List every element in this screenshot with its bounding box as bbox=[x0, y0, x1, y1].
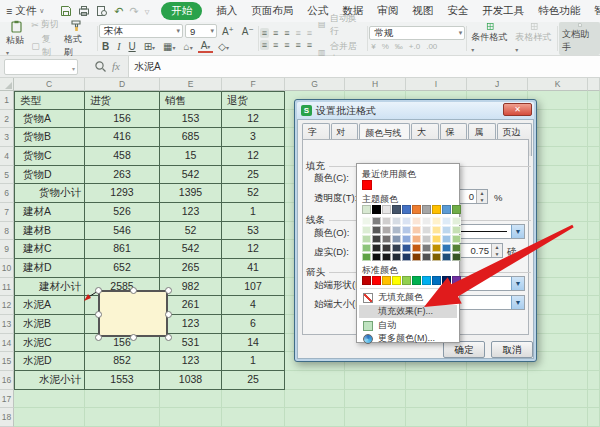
more-colors-option[interactable]: 更多颜色(M)... bbox=[359, 332, 457, 345]
menu-tab-9[interactable]: 开发工具 bbox=[482, 4, 524, 18]
theme-tint-swatch[interactable] bbox=[412, 226, 421, 234]
font-name-select[interactable]: 宋体▾ bbox=[99, 24, 183, 38]
cell-C12[interactable]: 水泥A bbox=[14, 296, 85, 315]
align-left-icon[interactable]: ≡ bbox=[260, 40, 269, 50]
theme-tint-swatch[interactable] bbox=[362, 235, 371, 243]
cell-E10[interactable]: 265 bbox=[160, 259, 222, 278]
row-header-11[interactable]: 11 bbox=[0, 278, 14, 297]
theme-tint-swatch[interactable] bbox=[392, 253, 401, 261]
comment-resize-handle[interactable] bbox=[165, 311, 172, 318]
cell-F15[interactable]: 1 bbox=[222, 352, 285, 371]
theme-tint-swatch[interactable] bbox=[422, 244, 431, 252]
cell-D10[interactable]: 652 bbox=[85, 259, 160, 278]
row-header-9[interactable]: 9 bbox=[0, 240, 14, 259]
cell-F14[interactable]: 14 bbox=[222, 334, 285, 353]
automatic-color-option[interactable]: 自动 bbox=[359, 319, 457, 332]
menu-tab-11[interactable]: 智能工具箱 bbox=[594, 4, 600, 18]
cell-L1[interactable] bbox=[588, 91, 600, 110]
zoom-icon[interactable] bbox=[94, 60, 107, 73]
cell-D9[interactable]: 861 bbox=[85, 240, 160, 259]
cell-F5[interactable]: 25 bbox=[222, 166, 285, 185]
cell-G18[interactable] bbox=[285, 408, 345, 427]
cell-D18[interactable] bbox=[85, 408, 160, 427]
cell-C1[interactable]: 类型 bbox=[14, 91, 85, 110]
comment-resize-handle[interactable] bbox=[95, 311, 102, 318]
theme-color-swatch[interactable] bbox=[412, 205, 421, 214]
spinner-arrows-icon[interactable]: ▲▼ bbox=[476, 190, 487, 203]
cell-D17[interactable] bbox=[85, 390, 160, 409]
cell-K8[interactable] bbox=[528, 222, 588, 241]
col-header-K[interactable]: K bbox=[528, 78, 588, 91]
borders-icon[interactable]: ⊞▾ bbox=[141, 41, 158, 52]
cell-F10[interactable]: 41 bbox=[222, 259, 285, 278]
cell-C15[interactable]: 水泥D bbox=[14, 352, 85, 371]
theme-tint-swatch[interactable] bbox=[432, 253, 441, 261]
cell-D1[interactable]: 进货 bbox=[85, 91, 160, 110]
cell-C16[interactable]: 水泥小计 bbox=[14, 371, 85, 390]
decrease-font-icon[interactable]: A⁻ bbox=[239, 26, 257, 37]
theme-tint-swatch[interactable] bbox=[412, 217, 421, 225]
col-header-D[interactable]: D bbox=[85, 78, 160, 91]
cell-L9[interactable] bbox=[588, 240, 600, 259]
col-header-G[interactable]: G bbox=[285, 78, 345, 91]
theme-tint-swatch[interactable] bbox=[362, 226, 371, 234]
cell-E16[interactable]: 1038 bbox=[160, 371, 222, 390]
standard-color-swatch[interactable] bbox=[392, 276, 401, 285]
cell-K18[interactable] bbox=[528, 408, 588, 427]
row-header-7[interactable]: 7 bbox=[0, 203, 14, 222]
cell-D4[interactable]: 458 bbox=[85, 147, 160, 166]
cell-C5[interactable]: 货物D bbox=[14, 166, 85, 185]
cell-G17[interactable] bbox=[285, 390, 345, 409]
cell-F13[interactable]: 6 bbox=[222, 315, 285, 334]
weight-unit-select[interactable]: 磅▾ bbox=[507, 246, 520, 259]
cell-E1[interactable]: 销售 bbox=[160, 91, 222, 110]
cell-J16[interactable] bbox=[467, 371, 528, 390]
cell-K17[interactable] bbox=[528, 390, 588, 409]
cell-L5[interactable] bbox=[588, 166, 600, 185]
menu-tab-3[interactable]: 页面布局 bbox=[251, 4, 293, 18]
theme-tint-swatch[interactable] bbox=[402, 244, 411, 252]
redo-icon[interactable]: ↷ bbox=[129, 5, 138, 18]
theme-tint-swatch[interactable] bbox=[392, 217, 401, 225]
conditional-format-button[interactable]: 条件格式▾ bbox=[468, 22, 512, 55]
theme-tint-swatch[interactable] bbox=[392, 235, 401, 243]
cell-C18[interactable] bbox=[14, 408, 85, 427]
number-format-select[interactable]: 常规▾ bbox=[369, 26, 465, 40]
underline-button[interactable]: U bbox=[125, 41, 138, 52]
theme-tint-swatch[interactable] bbox=[382, 217, 391, 225]
col-header-E[interactable]: E bbox=[160, 78, 222, 91]
theme-tint-swatch[interactable] bbox=[432, 244, 441, 252]
cell-K7[interactable] bbox=[528, 203, 588, 222]
cell-K6[interactable] bbox=[528, 184, 588, 203]
cell-D5[interactable]: 263 bbox=[85, 166, 160, 185]
cell-D7[interactable]: 526 bbox=[85, 203, 160, 222]
cell-L14[interactable] bbox=[588, 334, 600, 353]
cell-F16[interactable]: 25 bbox=[222, 371, 285, 390]
comment-resize-handle[interactable] bbox=[130, 287, 137, 294]
cell-F17[interactable] bbox=[222, 390, 285, 409]
theme-tint-swatch[interactable] bbox=[362, 217, 371, 225]
cell-L12[interactable] bbox=[588, 296, 600, 315]
theme-tint-swatch[interactable] bbox=[432, 217, 441, 225]
increase-decimal-icon[interactable]: +.0 bbox=[407, 42, 422, 51]
cell-C11[interactable]: 建材小计 bbox=[14, 278, 85, 297]
table-style-button[interactable]: 表格样式▾ bbox=[512, 22, 556, 55]
theme-tint-swatch[interactable] bbox=[362, 244, 371, 252]
theme-tint-swatch[interactable] bbox=[422, 253, 431, 261]
increase-indent-icon[interactable]: ≡ bbox=[305, 28, 314, 38]
fx-icon[interactable]: fx bbox=[112, 60, 120, 72]
menu-tab-7[interactable]: 视图 bbox=[412, 4, 433, 18]
cell-L18[interactable] bbox=[588, 408, 600, 427]
cell-E7[interactable]: 123 bbox=[160, 203, 222, 222]
cell-K14[interactable] bbox=[528, 334, 588, 353]
cell-F4[interactable]: 12 bbox=[222, 147, 285, 166]
cell-F8[interactable]: 53 bbox=[222, 222, 285, 241]
cell-E13[interactable]: 123 bbox=[160, 315, 222, 334]
standard-color-swatch[interactable] bbox=[372, 276, 381, 285]
cell-J17[interactable] bbox=[467, 390, 528, 409]
cell-G16[interactable] bbox=[285, 371, 345, 390]
theme-color-swatch[interactable] bbox=[432, 205, 441, 214]
font-size-select[interactable]: 9▾ bbox=[185, 24, 217, 38]
cell-D3[interactable]: 416 bbox=[85, 128, 160, 147]
theme-tint-swatch[interactable] bbox=[402, 226, 411, 234]
